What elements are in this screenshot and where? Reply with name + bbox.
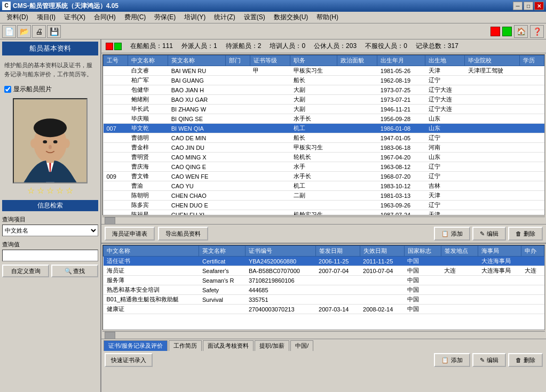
data-table-container[interactable]: 工号 中文名称 英文名称 部门 证书等级 职务 政治面貌 出生年月 出生地 毕业… bbox=[102, 54, 545, 215]
cert-col-en: 英文名称 bbox=[199, 246, 246, 257]
cert-section: 中文名称 英文名称 证书编号 签发日期 失效日期 国家标志 签发地点 海事局 申… bbox=[101, 243, 546, 339]
star-5: ☆ bbox=[66, 186, 73, 196]
right-panel: 在船船员：111 外派人员：1 待派船员：2 培训人员：0 公休人员：203 不… bbox=[101, 39, 546, 392]
panel-title: 船员基本资料 bbox=[2, 42, 98, 55]
table-row[interactable]: 柏广军BAI GUANG船长1962-08-19辽宁 bbox=[104, 76, 544, 85]
search-button[interactable]: 🔍 查找 bbox=[51, 265, 98, 277]
table-row[interactable]: 009曹文锋CAO WEN FE水手长1968-07-20辽宁 bbox=[104, 172, 544, 181]
export-button[interactable]: 导出船员资料 bbox=[158, 227, 208, 241]
tab-work-history[interactable]: 工作简历 bbox=[169, 340, 202, 351]
menu-settings[interactable]: 设置(S) bbox=[240, 12, 270, 23]
cert-table-container[interactable]: 中文名称 英文名称 证书编号 签发日期 失效日期 国家标志 签发地点 海事局 申… bbox=[102, 245, 545, 330]
edit-cert-button[interactable]: ✎ 编辑 bbox=[472, 353, 506, 367]
status-green-indicator bbox=[502, 27, 512, 36]
cert-actions: 快速证书录入 📋 添加 ✎ 编辑 🗑 删除 bbox=[101, 351, 546, 369]
table-row[interactable]: 毕长武BI ZHANG W大副1946-11-21辽宁大连 bbox=[104, 105, 544, 114]
menu-data[interactable]: 资料(D) bbox=[2, 12, 33, 23]
menu-project[interactable]: 项目(I) bbox=[33, 12, 60, 23]
cert-hscrollbar[interactable] bbox=[102, 331, 545, 339]
crew-photo bbox=[14, 98, 86, 183]
star-1: ☆ bbox=[27, 186, 35, 196]
menu-training[interactable]: 培训(Y) bbox=[180, 12, 210, 23]
menu-help[interactable]: 帮助(H) bbox=[312, 12, 343, 23]
menu-labor[interactable]: 劳保(E) bbox=[150, 12, 180, 23]
cert-col-apply: 申办 bbox=[521, 246, 544, 257]
show-photo-checkbox[interactable] bbox=[4, 86, 11, 93]
table-row[interactable]: 陈福星CHEN FU XI机舱实习生1987-07-24天津 bbox=[104, 210, 544, 216]
cert-col-maritime: 海事局 bbox=[478, 246, 521, 257]
minimize-button[interactable]: ─ bbox=[513, 2, 523, 10]
search-buttons: 自定义查询 🔍 查找 bbox=[2, 265, 98, 277]
table-row[interactable]: 曹金梓CAO JIN DU甲板实习生1983-06-18河南 bbox=[104, 143, 544, 153]
delete-cert-button[interactable]: 🗑 删除 bbox=[508, 353, 543, 367]
restore-button[interactable]: □ bbox=[524, 2, 533, 10]
crud-buttons-1: 📋 添加 ✎ 编辑 🗑 删除 bbox=[434, 227, 543, 241]
edit-crew-button[interactable]: ✎ 编辑 bbox=[472, 227, 506, 241]
tab-china[interactable]: 中国/ bbox=[290, 340, 313, 351]
toolbar-print[interactable]: 🖨 bbox=[32, 25, 46, 38]
table-row[interactable]: 曹庆海CAO QING E水手1963-08-12辽宁 bbox=[104, 162, 544, 172]
table-row[interactable]: 毕庆顺BI QING SE水手长1956-09-28山东 bbox=[104, 114, 544, 124]
cert-edit-icon: ✎ bbox=[480, 357, 485, 364]
cert-delete-icon: 🗑 bbox=[516, 357, 521, 363]
stat-training: 培训人员：0 bbox=[270, 42, 305, 51]
table-row[interactable]: 007毕文乾BI WEN QIA机工1986-01-08山东 bbox=[104, 124, 544, 133]
menu-contract[interactable]: 合同(H) bbox=[90, 12, 120, 23]
toolbar-open[interactable]: 📂 bbox=[17, 25, 31, 38]
info-search-title: 信息检索 bbox=[2, 200, 98, 211]
toolbar-home[interactable]: 🏠 bbox=[514, 25, 528, 38]
cert-table-row[interactable]: 服务薄Seaman's R37108219860106中国 bbox=[104, 276, 544, 285]
menu-cert[interactable]: 证书(X) bbox=[60, 12, 90, 23]
table-row[interactable]: 曹德明CAO DE MIN船长1947-01-05辽宁 bbox=[104, 133, 544, 143]
photo-container bbox=[13, 98, 88, 183]
cert-col-num: 证书编号 bbox=[246, 246, 315, 257]
star-3: ☆ bbox=[46, 186, 54, 196]
action-bar-1: 海员证申请表 导出船员资料 📋 添加 ✎ 编辑 🗑 删除 bbox=[101, 224, 546, 243]
cert-hscroll-thumb bbox=[105, 332, 115, 339]
search-field-select[interactable]: 中文姓名 英文姓名 证书编号 船员编号 bbox=[2, 225, 98, 236]
table-row[interactable]: 鲍绪刚BAO XU GAR大副1973-07-21辽宁大连 bbox=[104, 95, 544, 105]
cert-apply-button[interactable]: 海员证申请表 bbox=[105, 227, 155, 241]
cert-table-row[interactable]: 健康证270400030702132007-03-142008-02-14中国 bbox=[104, 305, 544, 314]
cert-table-row[interactable]: 海员证Seafarer'sBA-B58BC07070002007-07-0420… bbox=[104, 266, 544, 276]
add-crew-button[interactable]: 📋 添加 bbox=[434, 227, 470, 241]
cert-table-row[interactable]: 熟悉和基本安全培训Safety444685中国 bbox=[104, 285, 544, 295]
cert-table: 中文名称 英文名称 证书编号 签发日期 失效日期 国家标志 签发地点 海事局 申… bbox=[103, 245, 544, 314]
table-hscrollbar[interactable] bbox=[102, 217, 545, 224]
toolbar-help[interactable]: ❓ bbox=[530, 25, 544, 38]
custom-query-button[interactable]: 自定义查询 bbox=[2, 265, 49, 277]
cert-col-cn: 中文名称 bbox=[104, 246, 199, 257]
toolbar-save[interactable]: 💾 bbox=[47, 25, 61, 38]
table-row[interactable]: 白文睿BAI WEN RU甲甲板实习生1981-05-26天津天津理工驾驶 bbox=[104, 66, 544, 76]
app-title: CMS-船员管理系统（天津鸿远）4.05 bbox=[13, 2, 118, 11]
menu-fee[interactable]: 费用(C) bbox=[120, 12, 151, 23]
table-row[interactable]: 陈多宾CHEN DUO E1963-09-26辽宁 bbox=[104, 201, 544, 210]
svg-point-8 bbox=[53, 140, 58, 143]
svg-point-11 bbox=[64, 139, 70, 148]
col-header-school: 毕业院校 bbox=[465, 55, 520, 66]
search-icon: 🔍 bbox=[65, 268, 72, 275]
tab-cert-service[interactable]: 证书/服务记录及评价 bbox=[104, 340, 168, 351]
add-cert-button[interactable]: 📋 添加 bbox=[434, 353, 470, 367]
cert-table-row[interactable]: B01_精通救生艇筏和救助艇Survival335751中国 bbox=[104, 295, 544, 305]
close-button[interactable]: ✕ bbox=[534, 2, 544, 10]
quick-cert-entry-button[interactable]: 快速证书录入 bbox=[105, 353, 153, 367]
crew-table: 工号 中文名称 英文名称 部门 证书等级 职务 政治面貌 出生年月 出生地 毕业… bbox=[103, 55, 544, 215]
edit-icon: ✎ bbox=[480, 230, 485, 237]
menu-exchange[interactable]: 数据交换(U) bbox=[270, 12, 313, 23]
col-header-cn-name: 中文名称 bbox=[128, 55, 168, 66]
col-header-birthplace: 出生地 bbox=[425, 55, 465, 66]
table-row[interactable]: 曹渝CAO YU机工1983-10-12吉林 bbox=[104, 181, 544, 191]
tab-promotion[interactable]: 提职/加薪 bbox=[255, 340, 289, 351]
delete-crew-button[interactable]: 🗑 删除 bbox=[508, 227, 543, 241]
col-header-birth: 出生年月 bbox=[377, 55, 425, 66]
table-row[interactable]: 陈朝明CHEN CHAO二副1981-03-13天津 bbox=[104, 191, 544, 201]
table-row[interactable]: 曹明贤CAO MING X轮机长1967-04-20山东 bbox=[104, 153, 544, 162]
tab-interview[interactable]: 面试及考核资料 bbox=[203, 340, 254, 351]
toolbar-new[interactable]: 📄 bbox=[2, 25, 16, 38]
cert-table-row[interactable]: 适任证书CertificatYBA245200608802006-11-2520… bbox=[104, 257, 544, 266]
search-field-label: 查询项目 bbox=[2, 215, 98, 223]
menu-stat[interactable]: 统计(Z) bbox=[210, 12, 239, 23]
search-value-input[interactable] bbox=[2, 250, 98, 261]
table-row[interactable]: 包健华BAO JIAN H大副1973-07-25辽宁大连 bbox=[104, 85, 544, 95]
